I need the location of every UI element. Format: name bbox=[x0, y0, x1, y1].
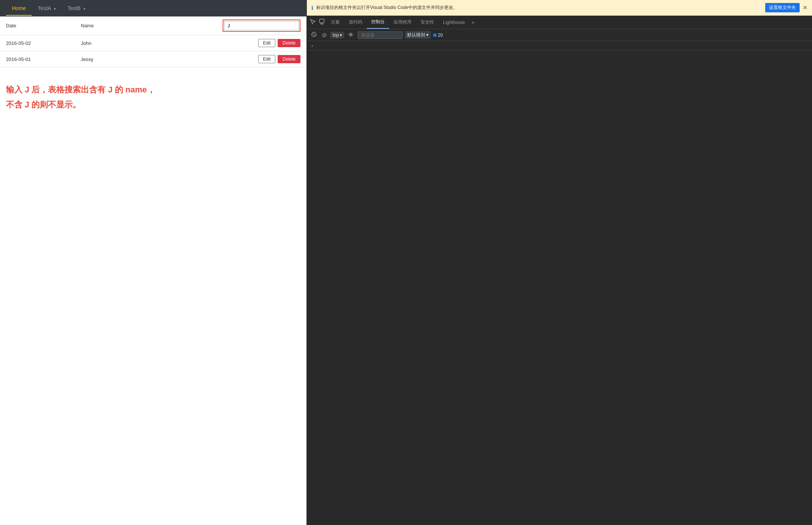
delete-button-2[interactable]: Delete bbox=[278, 55, 300, 63]
table-row: 2016-05-01 Jessy Edit Delete bbox=[0, 51, 306, 67]
info-text: 标识项目的根文件夹以打开Visual Studio Code中的源文件并同步更改… bbox=[316, 4, 762, 11]
tab-lighthouse[interactable]: Lighthouse bbox=[439, 17, 470, 28]
log-count-value: 20 bbox=[438, 33, 443, 38]
edit-button-1[interactable]: Edit bbox=[258, 39, 276, 47]
search-wrapper bbox=[223, 19, 300, 32]
devtools-panel: ℹ 标识项目的根文件夹以打开Visual Studio Code中的源文件并同步… bbox=[307, 0, 812, 525]
filter-toggle-icon[interactable]: ⊘ bbox=[320, 31, 328, 39]
devtools-toolbar: ⊘ top ▾ 👁 默认级别 ▾ 20 bbox=[307, 29, 812, 41]
annotation-text: 输入 J 后，表格搜索出含有 J 的 name， 不含 J 的则不显示。 bbox=[6, 82, 300, 112]
eye-icon[interactable]: 👁 bbox=[347, 31, 355, 39]
navbar: Home TestA ▾ TestB ▾ bbox=[0, 0, 306, 16]
devtools-content bbox=[307, 51, 812, 525]
cell-name-1: John bbox=[81, 40, 156, 46]
tab-network[interactable]: 应用程序 bbox=[389, 16, 416, 28]
testB-dropdown-icon: ▾ bbox=[83, 7, 85, 11]
set-root-button[interactable]: 设置根文件夹 bbox=[765, 3, 800, 12]
app-container: Home TestA ▾ TestB ▾ Date Name bbox=[0, 0, 812, 525]
nav-home[interactable]: Home bbox=[6, 1, 32, 16]
devtools-tabs: 元素 源代码 控制台 应用程序 安全性 Lighthouse » bbox=[307, 16, 812, 29]
tab-source[interactable]: 源代码 bbox=[344, 16, 367, 28]
filter-input[interactable] bbox=[358, 31, 403, 39]
search-box-border bbox=[223, 19, 300, 32]
log-count: 20 bbox=[433, 33, 443, 38]
more-tabs-icon[interactable]: » bbox=[470, 16, 477, 28]
testA-dropdown-icon: ▾ bbox=[54, 7, 56, 11]
row-actions-2: Edit Delete bbox=[258, 55, 300, 63]
annotation-block: 输入 J 后，表格搜索出含有 J 的 name， 不含 J 的则不显示。 bbox=[0, 67, 306, 127]
level-dropdown-icon: ▾ bbox=[426, 32, 428, 37]
row-actions-1: Edit Delete bbox=[258, 39, 300, 47]
edit-button-2[interactable]: Edit bbox=[258, 55, 276, 63]
table-row: 2016-05-02 John Edit Delete bbox=[0, 35, 306, 51]
context-selector[interactable]: top ▾ bbox=[330, 32, 344, 39]
close-icon[interactable]: ✕ bbox=[803, 4, 808, 11]
web-panel: Home TestA ▾ TestB ▾ Date Name bbox=[0, 0, 307, 525]
log-level-selector[interactable]: 默认级别 ▾ bbox=[405, 31, 431, 39]
device-icon[interactable] bbox=[317, 18, 326, 27]
delete-button-1[interactable]: Delete bbox=[278, 39, 300, 47]
nav-testB[interactable]: TestB ▾ bbox=[62, 1, 92, 16]
table-area: Date Name 2016-05-02 John Edit Delete bbox=[0, 16, 306, 525]
nav-testA[interactable]: TestA ▾ bbox=[32, 1, 61, 16]
tab-security[interactable]: 安全性 bbox=[416, 16, 439, 28]
log-count-dot bbox=[433, 33, 437, 37]
svg-rect-0 bbox=[320, 19, 324, 23]
table-header: Date Name bbox=[0, 16, 306, 35]
cell-date-1: 2016-05-02 bbox=[6, 40, 81, 46]
column-header-date: Date bbox=[6, 23, 81, 28]
context-dropdown-icon: ▾ bbox=[340, 33, 342, 38]
cell-name-2: Jessy bbox=[81, 57, 156, 62]
inspect-icon[interactable] bbox=[308, 18, 317, 27]
tab-console[interactable]: 控制台 bbox=[367, 16, 389, 29]
svg-line-4 bbox=[313, 33, 315, 36]
info-icon: ℹ bbox=[311, 5, 313, 11]
devtools-info-bar: ℹ 标识项目的根文件夹以打开Visual Studio Code中的源文件并同步… bbox=[307, 0, 812, 16]
clear-console-icon[interactable] bbox=[310, 31, 318, 39]
tab-elements[interactable]: 元素 bbox=[326, 16, 344, 28]
search-input[interactable] bbox=[224, 21, 299, 30]
expand-arrow-icon[interactable]: › bbox=[310, 41, 315, 50]
expand-row: › bbox=[307, 41, 812, 51]
cell-date-2: 2016-05-01 bbox=[6, 57, 81, 62]
column-header-name: Name bbox=[81, 23, 156, 28]
